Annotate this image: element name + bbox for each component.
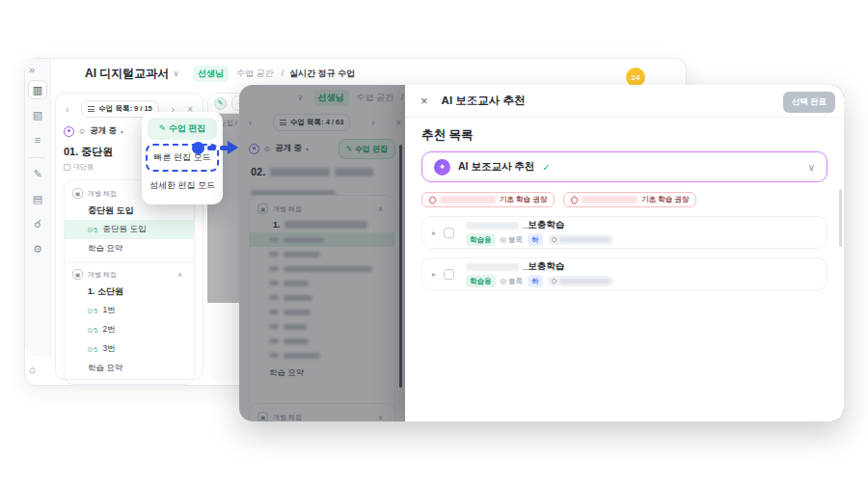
home-icon[interactable]: ⌂ xyxy=(29,364,36,375)
nav-class-space[interactable]: 수업 공간 xyxy=(236,68,274,80)
scrollbar[interactable] xyxy=(399,145,402,388)
teacher-edit-icon[interactable]: ✎ xyxy=(214,97,227,110)
redacted-tag-pill xyxy=(548,234,613,245)
detail-edit-mode-item[interactable]: 섬세한 편집 모드 xyxy=(148,174,217,198)
avatar[interactable]: 24 xyxy=(626,68,645,87)
section-header: ▣ 개별 채점 ∧ xyxy=(65,267,194,282)
chevron-down-icon: ∨ xyxy=(808,162,815,173)
app-title: AI 디지털교과서 xyxy=(85,66,169,82)
lesson-item[interactable]: 0/5 2번 xyxy=(65,320,194,339)
edit-mode-menu: ✎ 수업 편집 빠른 편집 모드 섬세한 편집 모드 xyxy=(142,112,223,204)
recommend-tags-row: 기초 학습 권장 기초 학습 권장 xyxy=(421,192,844,207)
role-badge: 선생님 xyxy=(193,66,229,82)
drawer-title: AI 보조교사 추천 xyxy=(442,94,526,108)
hamburger-icon xyxy=(88,105,95,114)
chevron-down-icon[interactable]: ∨ xyxy=(173,68,179,78)
person-icon: ☺ xyxy=(78,127,86,136)
check-icon: ✓ xyxy=(542,162,550,173)
circle-icon: ◎ xyxy=(501,277,507,285)
list-icon[interactable]: ≡ xyxy=(28,130,47,149)
close-icon[interactable]: × xyxy=(420,94,428,108)
nav-current-lesson[interactable]: 실시간 정규 수업 xyxy=(289,68,355,80)
level-badge: 하 xyxy=(528,275,543,287)
block-badge: ◎블록 xyxy=(501,277,524,286)
redacted-text xyxy=(466,222,519,230)
app-header: AI 디지털교과서 ∨ 선생님 수업 공간 / 실시간 정규 수업 xyxy=(25,59,686,88)
gear-icon[interactable]: ⚙ xyxy=(28,239,47,258)
transition-arrow-head-icon xyxy=(228,141,238,154)
type-badge: 학습용 xyxy=(466,233,496,246)
basic-learning-tag[interactable]: 기초 학습 권장 xyxy=(421,192,555,207)
tag-icon xyxy=(428,195,438,204)
redacted-text xyxy=(466,263,519,271)
pencil-icon[interactable]: ✎ xyxy=(28,164,47,183)
circle-icon: ◎ xyxy=(501,235,507,244)
grading-icon: ▣ xyxy=(72,188,83,199)
publish-purple-icon xyxy=(64,126,74,137)
redacted-text xyxy=(582,196,637,203)
block-badge: ◎블록 xyxy=(501,235,524,245)
lesson-edit-button[interactable]: ✎ 수업 편집 xyxy=(148,118,217,140)
redacted-text xyxy=(559,237,610,242)
collapse-icon[interactable]: ∧ xyxy=(177,271,186,279)
sidebar-collapse-icon[interactable]: » xyxy=(29,64,35,75)
quick-edit-window: ∨ 선생님 수업 공간 / 실시간 정규 수업 ‹ 수업 목록: 4 / 63 … xyxy=(239,85,844,421)
redacted-tag-pill xyxy=(548,276,613,286)
expand-caret-icon[interactable]: ▸ xyxy=(432,270,436,279)
lesson-item-summary[interactable]: 학습 요약 xyxy=(65,239,194,258)
recommend-item[interactable]: ▸ _보충학습 학습용 ◎블록 하 xyxy=(421,258,827,290)
type-badge: 학습용 xyxy=(466,275,496,287)
section-title: 1. 소단원 xyxy=(65,282,194,301)
sidebar-divider xyxy=(30,157,45,158)
drawer-header: × AI 보조교사 추천 선택 완료 xyxy=(405,85,844,118)
tag-icon xyxy=(551,278,557,285)
redacted-text xyxy=(440,196,496,203)
document-icon[interactable]: ▤ xyxy=(28,189,47,208)
transition-arrow-dashes xyxy=(207,146,229,150)
caret-down-icon: ▾ xyxy=(121,128,123,135)
tag-icon xyxy=(570,195,580,204)
level-badge: 하 xyxy=(528,233,543,246)
sidebar: » ▥ ▧ ≡ ✎ ▤ ☌ ⚙ ⌂ xyxy=(25,59,51,357)
checkbox[interactable] xyxy=(444,269,454,280)
prev-arrow-icon[interactable]: ‹ xyxy=(66,104,68,115)
divider xyxy=(65,262,194,263)
item-body: _보충학습 학습용 ◎블록 하 xyxy=(466,219,613,246)
scrollbar[interactable] xyxy=(839,189,842,247)
redacted-text xyxy=(559,279,610,284)
grid-icon xyxy=(64,164,70,171)
recommend-item[interactable]: ▸ _보충학습 학습용 ◎블록 하 xyxy=(421,216,827,249)
select-done-button[interactable]: 선택 완료 xyxy=(783,92,835,113)
item-body: _보충학습 학습용 ◎블록 하 xyxy=(466,260,613,287)
ai-sparkle-icon: ✦ xyxy=(434,159,450,176)
lesson-item-active[interactable]: 0/5 중단원 도입 xyxy=(65,220,194,239)
recommend-list-heading: 추천 목록 xyxy=(421,127,844,144)
lesson-item[interactable]: 0/5 3번 xyxy=(65,339,194,359)
pencil-icon: ✎ xyxy=(159,123,169,133)
ai-recommend-dropdown[interactable]: ✦ AI 보조교사 추천 ✓ ∨ xyxy=(421,151,827,182)
lesson-item-summary[interactable]: 학습 요약 xyxy=(65,359,194,378)
section-card: ▣ 개별 채점 중단원 도입 0/5 중단원 도입 학습 요약 ▣ 개별 채점 … xyxy=(64,179,195,385)
expand-caret-icon[interactable]: ▸ xyxy=(432,229,436,237)
drag-cursor-dot xyxy=(192,142,204,154)
checkbox[interactable] xyxy=(444,228,454,238)
tag-icon xyxy=(551,236,557,243)
lesson-item[interactable]: 0/5 1번 xyxy=(65,301,194,320)
breadcrumb-separator: / xyxy=(281,68,284,78)
grading-icon: ▣ xyxy=(72,269,83,280)
basic-learning-tag[interactable]: 기초 학습 권장 xyxy=(563,192,696,207)
ai-assistant-drawer: × AI 보조교사 추천 선택 완료 추천 목록 ✦ AI 보조교사 추천 ✓ … xyxy=(405,85,844,421)
media-icon[interactable]: ▧ xyxy=(28,105,47,124)
people-icon[interactable]: ☌ xyxy=(28,214,47,233)
